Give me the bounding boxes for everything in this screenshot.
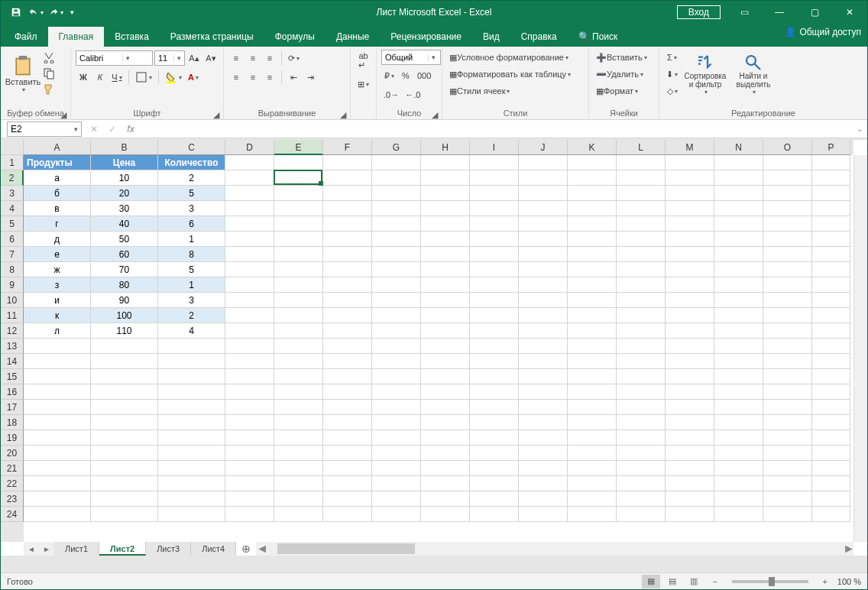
cell[interactable] [421,308,470,323]
cell[interactable] [470,369,519,384]
cell[interactable] [372,507,421,522]
decrease-decimal-button[interactable]: ←.0 [403,87,423,102]
cell[interactable] [763,415,812,430]
cell[interactable] [617,293,666,308]
cell[interactable]: 90 [91,293,158,308]
cell[interactable] [372,491,421,507]
row-header[interactable]: 15 [1,369,24,384]
column-header[interactable]: E [274,140,323,155]
cell[interactable] [372,247,421,262]
cell[interactable] [812,507,850,522]
qat-customize-icon[interactable]: ▾ [66,3,77,21]
cell[interactable] [617,400,666,415]
cell[interactable] [666,277,714,293]
cell[interactable]: д [24,232,91,247]
cell[interactable] [666,155,714,170]
orientation-button[interactable]: ⟳▾ [286,50,302,66]
cell[interactable] [421,323,470,339]
row-header[interactable]: 21 [1,461,24,476]
row-header[interactable]: 20 [1,446,24,461]
cell[interactable]: г [24,216,91,232]
align-top-button[interactable]: ≡ [228,50,244,66]
cell[interactable] [470,491,519,507]
cell[interactable] [568,277,617,293]
cell[interactable] [568,384,617,400]
cell[interactable] [617,186,666,201]
cell[interactable] [158,400,225,415]
dialog-launcher-icon[interactable]: ◢ [60,110,67,118]
cell[interactable] [812,232,850,247]
cell[interactable] [372,308,421,323]
cell[interactable] [470,308,519,323]
cell[interactable] [470,339,519,354]
cell[interactable] [812,369,850,384]
cell[interactable] [568,461,617,476]
cell[interactable]: в [24,201,91,216]
cell[interactable] [617,476,666,491]
cell[interactable]: и [24,293,91,308]
cell[interactable] [225,323,274,339]
cell[interactable] [714,354,763,369]
cell[interactable]: 6 [158,216,225,232]
cell[interactable] [274,201,323,216]
cell[interactable] [421,446,470,461]
cell[interactable] [812,216,850,232]
cell[interactable] [274,186,323,201]
sort-filter-button[interactable]: Сортировка и фильтр▾ [680,48,730,100]
cell[interactable] [519,201,568,216]
column-header[interactable]: P [812,140,850,155]
dialog-launcher-icon[interactable]: ◢ [431,110,439,118]
zoom-in-button[interactable]: + [816,575,834,588]
cell[interactable]: 40 [91,216,158,232]
format-painter-button[interactable] [40,82,57,97]
cell[interactable] [617,323,666,339]
cell[interactable] [714,170,763,186]
cell[interactable] [470,247,519,262]
cell[interactable] [421,476,470,491]
cell[interactable] [617,339,666,354]
fill-color-button[interactable]: ▾ [163,70,184,85]
column-header[interactable]: I [470,140,519,155]
row-header[interactable]: 13 [1,339,24,354]
clear-button[interactable]: ◇▾ [664,83,680,99]
cell[interactable] [568,446,617,461]
cell[interactable] [323,293,372,308]
cell[interactable] [470,461,519,476]
cell[interactable] [519,446,568,461]
cell[interactable] [323,430,372,446]
cell[interactable] [666,354,714,369]
cell[interactable] [763,308,812,323]
cell[interactable] [470,262,519,277]
cell[interactable] [617,369,666,384]
cell[interactable] [666,262,714,277]
font-size-combo[interactable]: ▾ [154,50,185,66]
cell[interactable] [714,277,763,293]
cell[interactable] [470,446,519,461]
cell[interactable] [225,400,274,415]
sheet-nav-prev[interactable]: ◄ [24,542,39,556]
cell[interactable] [323,461,372,476]
cell[interactable] [714,400,763,415]
cell[interactable] [666,461,714,476]
cell[interactable] [568,247,617,262]
cell[interactable] [714,247,763,262]
cell[interactable] [666,216,714,232]
sheet-tab[interactable]: Лист2 [99,542,146,556]
cell[interactable] [91,476,158,491]
cell[interactable] [158,430,225,446]
cell[interactable] [568,400,617,415]
cell[interactable] [763,186,812,201]
cell[interactable] [274,491,323,507]
cell[interactable] [421,170,470,186]
cell[interactable] [323,476,372,491]
cell[interactable] [24,369,91,384]
column-header[interactable]: H [421,140,470,155]
share-button[interactable]: 👤 Общий доступ [785,27,861,37]
cell[interactable] [714,415,763,430]
cell[interactable] [470,430,519,446]
cell[interactable] [763,155,812,170]
cell[interactable] [568,308,617,323]
cell[interactable] [714,216,763,232]
cell[interactable] [421,354,470,369]
fill-button[interactable]: ⬇▾ [664,66,680,82]
